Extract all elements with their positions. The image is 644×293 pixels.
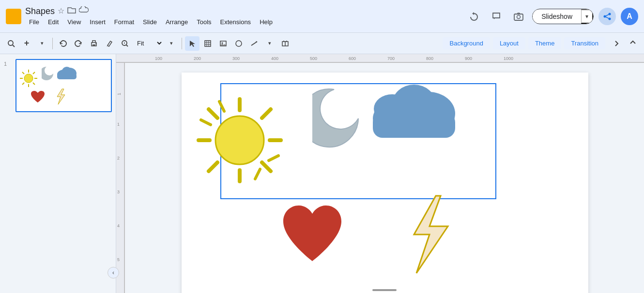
zoom-dropdown[interactable]: ▾ [164, 36, 179, 51]
scroll-indicator[interactable] [372, 289, 397, 291]
svg-line-73 [269, 156, 278, 161]
collapse-button[interactable] [626, 36, 640, 51]
add-button[interactable]: + [19, 36, 34, 51]
svg-text:700: 700 [387, 56, 395, 61]
line-dropdown[interactable]: ▾ [262, 36, 277, 51]
background-button[interactable]: Background [443, 37, 490, 49]
divider-2 [182, 38, 182, 49]
frame-button[interactable] [200, 36, 215, 51]
app-logo [6, 9, 21, 24]
slide-canvas[interactable] [182, 73, 588, 293]
star-icon[interactable]: ☆ [58, 6, 64, 16]
svg-point-12 [95, 43, 96, 44]
svg-marker-43 [57, 89, 65, 104]
svg-text:800: 800 [426, 56, 433, 61]
svg-text:3: 3 [117, 190, 120, 194]
history-button[interactable] [465, 8, 483, 25]
svg-text:400: 400 [271, 56, 278, 61]
shape-cloud[interactable] [366, 75, 462, 138]
menu-tools[interactable]: Tools [193, 17, 215, 27]
shape-button[interactable] [231, 36, 246, 51]
theme-button[interactable]: Theme [528, 37, 561, 49]
add-dropdown-button[interactable]: ▾ [35, 36, 49, 51]
slideshow-dropdown-button[interactable]: ▾ [581, 9, 593, 24]
svg-text:1: 1 [117, 93, 122, 95]
sidebar: 1 [0, 54, 116, 293]
line-button[interactable] [247, 36, 261, 51]
sidebar-collapse-button[interactable]: ‹ [107, 267, 119, 278]
doc-title: Shapes [25, 6, 55, 16]
menu-bar: File Edit View Insert Format Slide Arran… [25, 17, 461, 27]
svg-line-16 [126, 45, 128, 46]
svg-text:900: 900 [465, 56, 472, 61]
share-button[interactable] [598, 8, 616, 25]
svg-rect-42 [57, 73, 77, 79]
svg-line-72 [201, 120, 211, 125]
shape-sun[interactable] [196, 97, 283, 184]
svg-text:5: 5 [117, 257, 120, 262]
svg-line-36 [33, 83, 35, 85]
search-button[interactable] [4, 36, 18, 51]
menu-view[interactable]: View [63, 17, 85, 27]
svg-point-24 [236, 41, 242, 46]
svg-line-68 [262, 109, 271, 118]
shape-moon[interactable] [312, 80, 370, 157]
title-section: Shapes ☆ File Edit View Insert Format Sl… [25, 6, 461, 27]
transition-button[interactable]: Transition [564, 37, 605, 49]
comment-button[interactable] [488, 8, 505, 25]
svg-text:300: 300 [232, 56, 240, 61]
svg-text:100: 100 [155, 56, 162, 61]
svg-point-2 [517, 15, 521, 18]
svg-line-7 [606, 17, 609, 18]
more-options-button[interactable] [608, 36, 623, 51]
shape-lightning[interactable] [395, 193, 458, 276]
user-avatar[interactable]: A [621, 8, 638, 25]
zoom-select[interactable]: Fit 50% 75% 100% 150% 200% [133, 38, 163, 48]
cursor-button[interactable] [185, 36, 199, 51]
svg-text:500: 500 [310, 56, 317, 61]
toolbar: + ▾ Fit 50% 75% 100% 150% 200% ▾ ▾ [0, 33, 644, 54]
svg-rect-79 [373, 113, 455, 138]
layout-button[interactable]: Layout [493, 37, 525, 49]
main-area: 1 [0, 54, 644, 293]
svg-line-69 [209, 162, 217, 171]
slide-thumb-box-1[interactable] [15, 59, 112, 112]
svg-line-71 [255, 169, 260, 179]
svg-text:200: 200 [194, 56, 201, 61]
svg-text:1: 1 [117, 122, 120, 127]
svg-rect-17 [205, 41, 211, 46]
slideshow-button[interactable]: Slideshow ▾ [532, 9, 594, 24]
svg-point-5 [604, 15, 606, 17]
folder-icon[interactable] [67, 6, 76, 16]
menu-slide[interactable]: Slide [139, 17, 161, 27]
zoom-button[interactable] [118, 36, 132, 51]
camera-button[interactable] [510, 8, 527, 25]
shape-heart[interactable] [278, 203, 346, 266]
menu-insert[interactable]: Insert [86, 17, 109, 27]
svg-text:2: 2 [117, 156, 120, 161]
svg-point-8 [8, 41, 13, 45]
slideshow-main-button[interactable]: Slideshow [533, 10, 581, 23]
svg-line-25 [251, 42, 257, 45]
svg-text:4: 4 [117, 223, 120, 228]
svg-line-66 [209, 109, 217, 118]
redo-button[interactable] [71, 36, 86, 51]
paint-button[interactable] [102, 36, 117, 51]
svg-line-38 [22, 83, 24, 85]
undo-button[interactable] [56, 36, 70, 51]
svg-point-3 [609, 13, 611, 15]
cloud-icon[interactable] [79, 6, 89, 16]
ruler-vertical: 1 1 2 3 4 5 [116, 63, 125, 293]
menu-edit[interactable]: Edit [44, 17, 62, 27]
image-button[interactable] [216, 36, 230, 51]
textbox-button[interactable] [278, 36, 292, 51]
menu-format[interactable]: Format [110, 17, 138, 27]
menu-extensions[interactable]: Extensions [216, 17, 255, 27]
ruler-horizontal: 100 200 300 400 500 600 700 800 900 1000 [116, 54, 644, 63]
menu-help[interactable]: Help [256, 17, 276, 27]
print-button[interactable] [87, 36, 101, 51]
menu-arrange[interactable]: Arrange [162, 17, 192, 27]
slide-thumbnail-1[interactable]: 1 [4, 59, 112, 112]
menu-file[interactable]: File [25, 17, 43, 27]
svg-text:600: 600 [349, 56, 356, 61]
